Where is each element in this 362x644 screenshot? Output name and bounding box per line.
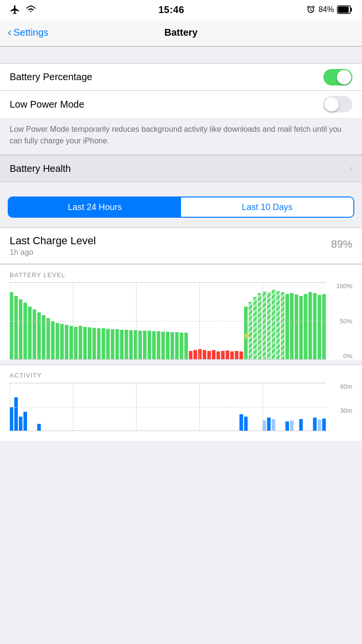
nav-bar: ‹ Settings Battery xyxy=(0,19,362,46)
svg-rect-40 xyxy=(180,333,183,360)
activity-y-60: 60m xyxy=(340,383,352,390)
battery-level-chart-section: BATTERY LEVEL 100% 50% 0% xyxy=(0,264,362,360)
battery-bars-container: ⚡ xyxy=(10,282,326,360)
battery-level-label: BATTERY LEVEL xyxy=(0,271,362,279)
battery-health-label: Battery Health xyxy=(10,163,71,174)
svg-rect-83 xyxy=(267,418,270,431)
battery-percentage-status: 84% xyxy=(319,5,334,14)
svg-rect-82 xyxy=(263,420,266,431)
svg-rect-47 xyxy=(212,350,215,360)
charge-level-row: Last Charge Level 1h ago 89% xyxy=(0,227,362,264)
activity-label: ACTIVITY xyxy=(0,372,362,379)
svg-rect-32 xyxy=(143,331,146,360)
svg-rect-22 xyxy=(97,328,100,360)
svg-rect-34 xyxy=(152,331,155,360)
svg-rect-16 xyxy=(70,326,73,360)
svg-rect-65 xyxy=(281,292,284,360)
y-label-100: 100% xyxy=(336,282,352,290)
svg-rect-69 xyxy=(299,296,303,360)
charge-level-percentage: 89% xyxy=(331,235,352,254)
activity-chart-svg xyxy=(10,383,326,431)
svg-rect-10 xyxy=(42,315,45,360)
svg-rect-27 xyxy=(120,330,124,360)
spacer xyxy=(0,192,362,196)
svg-rect-1 xyxy=(350,8,352,12)
status-bar: 15:46 84% xyxy=(0,0,362,19)
low-power-description: Low Power Mode temporarily reduces backg… xyxy=(0,118,362,155)
svg-rect-76 xyxy=(14,397,18,431)
toggle-knob-lpm xyxy=(324,97,339,112)
tab-last-24-hours[interactable]: Last 24 Hours xyxy=(9,197,181,217)
settings-group-main: Battery Percentage Low Power Mode xyxy=(0,64,362,118)
segment-control: Last 24 Hours Last 10 Days xyxy=(8,196,354,218)
svg-rect-15 xyxy=(65,325,68,360)
low-power-mode-toggle[interactable] xyxy=(323,96,352,112)
svg-rect-21 xyxy=(92,328,96,360)
alarm-icon xyxy=(306,5,316,14)
svg-rect-2 xyxy=(338,7,349,13)
low-power-mode-label: Low Power Mode xyxy=(10,99,84,110)
activity-y-30: 30m xyxy=(340,407,352,414)
usage-section: Last 24 Hours Last 10 Days xyxy=(0,182,362,218)
svg-rect-4 xyxy=(14,296,18,360)
tab-last-10-days[interactable]: Last 10 Days xyxy=(181,197,353,217)
activity-chart-wrapper: 60m 30m xyxy=(10,383,352,431)
wifi-icon xyxy=(25,4,37,15)
svg-rect-36 xyxy=(161,332,165,360)
svg-rect-77 xyxy=(19,417,22,431)
battery-percentage-label: Battery Percentage xyxy=(10,71,92,83)
battery-icon-status xyxy=(337,5,352,14)
svg-rect-80 xyxy=(239,414,243,431)
battery-chart-svg: ⚡ xyxy=(10,282,326,360)
svg-rect-68 xyxy=(294,294,298,360)
svg-rect-50 xyxy=(226,350,229,360)
svg-rect-72 xyxy=(313,293,316,360)
svg-rect-37 xyxy=(166,332,169,360)
svg-rect-90 xyxy=(322,419,326,431)
svg-rect-81 xyxy=(244,417,248,431)
svg-rect-3 xyxy=(10,292,13,360)
svg-rect-53 xyxy=(239,351,243,360)
svg-rect-59 xyxy=(253,297,257,360)
svg-rect-78 xyxy=(24,412,27,431)
svg-rect-70 xyxy=(304,294,307,360)
svg-rect-31 xyxy=(139,331,142,360)
svg-rect-75 xyxy=(10,407,13,431)
svg-rect-60 xyxy=(258,293,261,360)
battery-health-row[interactable]: Battery Health › xyxy=(0,155,362,182)
svg-rect-46 xyxy=(207,351,210,360)
svg-rect-5 xyxy=(19,299,22,360)
svg-rect-43 xyxy=(194,350,197,360)
svg-rect-39 xyxy=(175,332,179,360)
svg-rect-45 xyxy=(203,350,206,360)
chevron-right-icon: › xyxy=(349,162,352,175)
y-axis-battery: 100% 50% 0% xyxy=(328,282,352,360)
svg-rect-49 xyxy=(221,351,224,360)
svg-rect-17 xyxy=(74,327,77,360)
low-power-mode-row[interactable]: Low Power Mode xyxy=(0,91,362,118)
svg-rect-52 xyxy=(235,351,238,360)
status-time: 15:46 xyxy=(158,4,184,15)
svg-rect-61 xyxy=(263,291,266,360)
svg-rect-66 xyxy=(285,294,289,360)
svg-rect-84 xyxy=(272,419,275,431)
svg-rect-41 xyxy=(184,333,188,360)
battery-percentage-toggle[interactable] xyxy=(323,69,352,85)
svg-rect-26 xyxy=(115,329,119,360)
svg-rect-8 xyxy=(33,309,36,360)
battery-chart-wrapper: 100% 50% 0% xyxy=(10,282,352,360)
svg-rect-24 xyxy=(106,329,110,360)
svg-rect-79 xyxy=(37,424,41,431)
svg-rect-33 xyxy=(148,331,151,360)
y-label-0: 0% xyxy=(343,352,352,360)
svg-rect-14 xyxy=(60,324,64,360)
svg-rect-11 xyxy=(46,318,50,360)
svg-rect-9 xyxy=(37,312,41,360)
charge-level-time: 1h ago xyxy=(10,248,96,257)
y-axis-activity: 60m 30m xyxy=(328,383,352,431)
back-button[interactable]: ‹ Settings xyxy=(8,27,48,38)
svg-rect-18 xyxy=(79,326,82,360)
battery-percentage-row[interactable]: Battery Percentage xyxy=(0,64,362,91)
svg-rect-88 xyxy=(313,418,316,431)
top-separator xyxy=(0,46,362,64)
